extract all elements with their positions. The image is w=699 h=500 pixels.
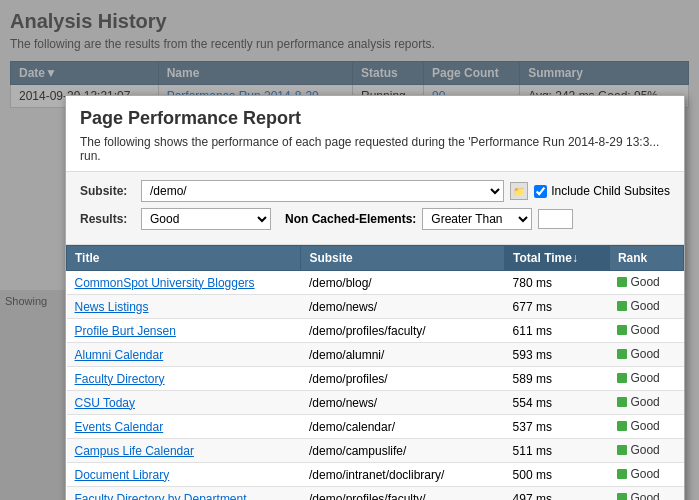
cell-time: 677 ms	[505, 295, 610, 319]
rank-label: Good	[630, 443, 659, 457]
folder-icon[interactable]: 📁	[510, 182, 528, 200]
good-icon	[617, 397, 627, 407]
cell-title[interactable]: News Listings	[67, 295, 301, 319]
cell-rank: Good	[609, 391, 683, 415]
good-icon	[617, 277, 627, 287]
subsite-row: Subsite: /demo/ 📁 Include Child Subsites	[80, 180, 670, 202]
cell-rank: Good	[609, 319, 683, 343]
cell-time: 537 ms	[505, 415, 610, 439]
results-select[interactable]: Good	[141, 208, 271, 230]
include-child-subsites[interactable]: Include Child Subsites	[534, 184, 670, 198]
rank-badge: Good	[617, 443, 659, 457]
cell-time: 593 ms	[505, 343, 610, 367]
modal-dialog: Page Performance Report The following sh…	[65, 95, 685, 500]
table-row: Faculty Directory /demo/profiles/ 589 ms…	[67, 367, 684, 391]
rank-label: Good	[630, 347, 659, 361]
modal-title: Page Performance Report	[80, 108, 670, 129]
noncached-number[interactable]: 0	[538, 209, 573, 229]
subsite-select[interactable]: /demo/	[141, 180, 504, 202]
cell-subsite: /demo/profiles/	[301, 367, 505, 391]
subsite-label: Subsite:	[80, 184, 135, 198]
table-row: Document Library /demo/intranet/doclibra…	[67, 463, 684, 487]
good-icon	[617, 325, 627, 335]
cell-rank: Good	[609, 343, 683, 367]
cell-subsite: /demo/profiles/faculty/	[301, 319, 505, 343]
cell-rank: Good	[609, 367, 683, 391]
cell-title[interactable]: Faculty Directory	[67, 367, 301, 391]
cell-title[interactable]: Profile Burt Jensen	[67, 319, 301, 343]
cell-time: 497 ms	[505, 487, 610, 501]
cell-subsite: /demo/alumni/	[301, 343, 505, 367]
cell-time: 554 ms	[505, 391, 610, 415]
rank-label: Good	[630, 299, 659, 313]
table-row: News Listings /demo/news/ 677 ms Good	[67, 295, 684, 319]
table-row: Profile Burt Jensen /demo/profiles/facul…	[67, 319, 684, 343]
rank-label: Good	[630, 491, 659, 500]
good-icon	[617, 493, 627, 500]
noncached-label: Non Cached-Elements:	[285, 212, 416, 226]
cell-subsite: /demo/profiles/faculty/	[301, 487, 505, 501]
rank-label: Good	[630, 323, 659, 337]
rank-badge: Good	[617, 491, 659, 500]
rank-badge: Good	[617, 467, 659, 481]
include-checkbox[interactable]	[534, 185, 547, 198]
modal-header: Page Performance Report The following sh…	[66, 96, 684, 172]
results-row: Results: Good Non Cached-Elements: Great…	[80, 208, 670, 230]
modal-controls: Subsite: /demo/ 📁 Include Child Subsites…	[66, 172, 684, 245]
col-totaltime[interactable]: Total Time↓	[505, 246, 610, 271]
rank-label: Good	[630, 371, 659, 385]
table-row: Campus Life Calendar /demo/campuslife/ 5…	[67, 439, 684, 463]
col-title[interactable]: Title	[67, 246, 301, 271]
noncached-select[interactable]: Greater Than	[422, 208, 532, 230]
cell-rank: Good	[609, 463, 683, 487]
table-row: CommonSpot University Bloggers /demo/blo…	[67, 271, 684, 295]
results-table-wrap[interactable]: Title Subsite Total Time↓ Rank CommonSpo…	[66, 245, 684, 500]
good-icon	[617, 301, 627, 311]
table-row: Events Calendar /demo/calendar/ 537 ms G…	[67, 415, 684, 439]
table-row: Alumni Calendar /demo/alumni/ 593 ms Goo…	[67, 343, 684, 367]
good-icon	[617, 469, 627, 479]
cell-title[interactable]: Faculty Directory by Department	[67, 487, 301, 501]
cell-subsite: /demo/calendar/	[301, 415, 505, 439]
rank-label: Good	[630, 395, 659, 409]
cell-time: 500 ms	[505, 463, 610, 487]
cell-rank: Good	[609, 487, 683, 501]
cell-title[interactable]: Alumni Calendar	[67, 343, 301, 367]
cell-title[interactable]: Events Calendar	[67, 415, 301, 439]
cell-time: 589 ms	[505, 367, 610, 391]
cell-title[interactable]: Campus Life Calendar	[67, 439, 301, 463]
cell-subsite: /demo/news/	[301, 295, 505, 319]
table-row: Faculty Directory by Department /demo/pr…	[67, 487, 684, 501]
rank-badge: Good	[617, 395, 659, 409]
good-icon	[617, 373, 627, 383]
table-row: CSU Today /demo/news/ 554 ms Good	[67, 391, 684, 415]
cell-rank: Good	[609, 439, 683, 463]
rank-badge: Good	[617, 419, 659, 433]
cell-rank: Good	[609, 415, 683, 439]
good-icon	[617, 445, 627, 455]
cell-rank: Good	[609, 295, 683, 319]
cell-title[interactable]: Document Library	[67, 463, 301, 487]
rank-badge: Good	[617, 371, 659, 385]
cell-subsite: /demo/news/	[301, 391, 505, 415]
cell-subsite: /demo/campuslife/	[301, 439, 505, 463]
rank-label: Good	[630, 467, 659, 481]
good-icon	[617, 421, 627, 431]
rank-badge: Good	[617, 347, 659, 361]
col-rank[interactable]: Rank	[609, 246, 683, 271]
rank-badge: Good	[617, 323, 659, 337]
col-subsite[interactable]: Subsite	[301, 246, 505, 271]
good-icon	[617, 349, 627, 359]
cell-time: 780 ms	[505, 271, 610, 295]
rank-badge: Good	[617, 275, 659, 289]
cell-title[interactable]: CommonSpot University Bloggers	[67, 271, 301, 295]
rank-label: Good	[630, 419, 659, 433]
cell-title[interactable]: CSU Today	[67, 391, 301, 415]
results-table: Title Subsite Total Time↓ Rank CommonSpo…	[66, 245, 684, 500]
cell-subsite: /demo/blog/	[301, 271, 505, 295]
results-label: Results:	[80, 212, 135, 226]
include-label: Include Child Subsites	[551, 184, 670, 198]
modal-description: The following shows the performance of e…	[80, 135, 670, 163]
outer-page: Analysis History The following are the r…	[0, 0, 699, 500]
rank-badge: Good	[617, 299, 659, 313]
